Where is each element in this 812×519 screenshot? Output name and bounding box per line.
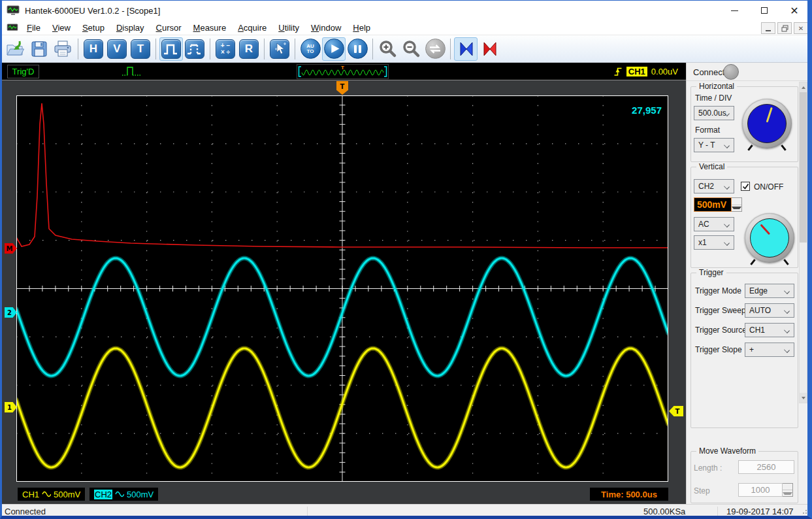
waveform-preview[interactable]: T (297, 64, 389, 79)
trigger-slope-select[interactable]: + (745, 343, 794, 357)
red-bowtie-icon (479, 39, 499, 59)
trigger-status-badge: Trig'D (7, 65, 39, 78)
probe-select[interactable]: x1 (694, 235, 734, 250)
channel-select[interactable]: CH2 (694, 179, 734, 193)
zoom-in-button[interactable] (376, 37, 400, 61)
horizontal-group: Horizontal Time / DIV 500.0us Format Y -… (690, 86, 798, 162)
trigger-source-select[interactable]: CH1 (745, 323, 794, 337)
menu-setup[interactable]: Setup (76, 21, 110, 35)
step-spinner (783, 483, 793, 497)
trigger-status-bar: Trig'D T CH1 0.00uV (2, 63, 686, 80)
format-select[interactable]: Y - T (694, 138, 734, 152)
save-floppy-icon (30, 40, 48, 58)
cursor-arrow-icon (271, 41, 288, 58)
volts-div-spinner[interactable]: 500mV (694, 197, 742, 212)
open-button[interactable] (4, 37, 27, 61)
swap-arrows-icon (427, 41, 443, 57)
magnifier-plus-icon (378, 39, 398, 59)
math-button[interactable]: + −× ÷ (214, 37, 237, 61)
pause-button[interactable] (346, 37, 369, 61)
scrollbar-thumb (800, 92, 807, 243)
menu-window[interactable]: Window (305, 21, 347, 35)
trigger-level-value: 0.00uV (651, 67, 678, 76)
trigger-level-marker[interactable]: T (669, 406, 683, 416)
ch2-scale-label: CH2 500mV (89, 488, 158, 501)
length-input: 2560 (738, 460, 794, 474)
menu-file[interactable]: File (21, 21, 46, 35)
save-button[interactable] (27, 37, 51, 61)
document-icon (7, 24, 18, 33)
move-waveform-group-title: Move Waveform (696, 446, 758, 456)
scope-area: Trig'D T CH1 0.00uV 2 (2, 63, 686, 504)
trigger-row-label: Trigger Source (695, 326, 747, 335)
panel-scrollbar[interactable] (799, 82, 807, 403)
merge-red-button[interactable] (478, 37, 501, 61)
trigger-group: Trigger Trigger ModeEdgeTrigger SweepAUT… (690, 273, 798, 428)
horizontal-position-knob[interactable] (742, 99, 792, 148)
step-label: Step (694, 486, 710, 495)
square-pulse-icon (162, 40, 180, 58)
status-time: 14:07 (772, 507, 794, 516)
autoset-button[interactable]: AUTO (299, 37, 322, 61)
run-button[interactable] (322, 37, 346, 61)
menu-view[interactable]: View (46, 21, 76, 35)
resize-grip[interactable] (802, 510, 807, 515)
connect-label: Connect: (693, 67, 727, 77)
minimize-button[interactable] (719, 0, 749, 21)
trigger-row-label: Trigger Mode (695, 286, 741, 295)
menu-cursor[interactable]: Cursor (150, 21, 187, 35)
maximize-button[interactable] (749, 0, 779, 21)
reference-button[interactable]: R (237, 37, 261, 61)
window-title: Hantek-6000EU Ver1.0.2 - [Scope1] (25, 6, 160, 16)
menu-help[interactable]: Help (347, 21, 376, 35)
h-letter-icon: H (84, 39, 103, 59)
control-panel: Connect: Horizontal Time / DIV 500.0us F… (686, 63, 812, 504)
dashed-pulse-icon (186, 40, 204, 58)
mdi-close-button[interactable]: ✕ (794, 22, 808, 34)
trigger-type-pulse-icon (122, 65, 142, 78)
vertical-setup-button[interactable]: V (105, 37, 129, 61)
math-channel-marker[interactable]: M (5, 243, 17, 254)
merge-blue-button[interactable] (454, 37, 478, 61)
trigger-sweep-select[interactable]: AUTO (745, 303, 794, 318)
menu-measure[interactable]: Measure (187, 21, 233, 35)
horizontal-position-marker[interactable]: T (336, 81, 348, 95)
chevron-down-icon (724, 240, 730, 246)
trigger-mode-select[interactable]: Edge (745, 284, 794, 298)
v-letter-icon: V (107, 39, 127, 59)
r-letter-icon: R (239, 39, 259, 59)
vertical-group-title: Vertical (696, 162, 727, 171)
math-operators-icon: + −× ÷ (221, 42, 230, 56)
mdi-minimize-button[interactable] (761, 22, 775, 34)
cursor-measure-button[interactable] (268, 37, 291, 61)
chevron-down-icon (724, 222, 730, 227)
menu-display[interactable]: Display (110, 21, 150, 35)
menu-utility[interactable]: Utility (272, 21, 305, 35)
ch2-zero-marker[interactable]: 2 (5, 307, 17, 318)
pause-icon (354, 45, 361, 53)
blue-bowtie-icon (456, 39, 476, 59)
mdi-restore-button[interactable] (777, 22, 792, 34)
pulse-dashed-button[interactable] (183, 37, 206, 61)
print-button[interactable] (51, 37, 74, 61)
menu-acquire[interactable]: Acquire (232, 21, 272, 35)
trigger-group-title: Trigger (696, 268, 726, 277)
pulse-button[interactable] (159, 37, 183, 61)
connection-status: Connected (5, 507, 46, 516)
ch1-zero-marker[interactable]: 1 (5, 402, 17, 412)
chevron-down-icon (784, 347, 790, 353)
format-label: Format (695, 126, 720, 135)
trigger-row-label: Trigger Sweep (695, 306, 746, 315)
time-div-select[interactable]: 500.0us (694, 106, 734, 120)
close-button[interactable]: ✕ (779, 0, 809, 21)
coupling-select[interactable]: AC (694, 217, 734, 231)
preview-trigger-marker: T (341, 65, 344, 71)
vertical-position-knob[interactable] (745, 213, 794, 263)
trigger-setup-button[interactable]: T (129, 37, 152, 61)
timebase-label: Time: 500.0us (590, 488, 668, 501)
trigger-row-label: Trigger Slope (695, 345, 742, 354)
horizontal-setup-button[interactable]: H (82, 37, 105, 61)
zoom-out-button[interactable] (400, 37, 423, 61)
channel-onoff-checkbox[interactable] (741, 182, 750, 191)
title-bar: Hantek-6000EU Ver1.0.2 - [Scope1] ✕ (0, 0, 812, 21)
